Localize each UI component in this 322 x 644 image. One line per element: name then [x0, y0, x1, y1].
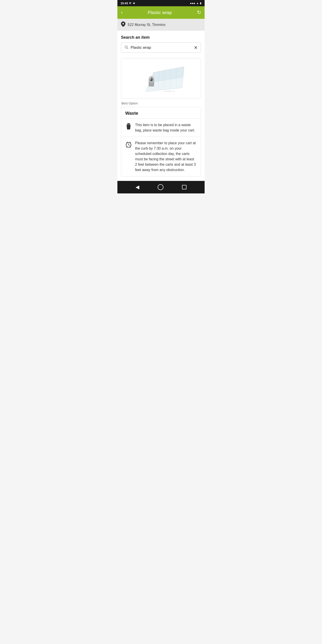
result-card-header: Waste: [121, 107, 201, 119]
clock-icon: [125, 141, 132, 150]
location-address: 522 Murray St, Timmins: [128, 23, 166, 27]
clear-search-button[interactable]: ✕: [194, 45, 198, 50]
best-option-label: Best Option: [121, 102, 201, 105]
result-card-body: This item is to be placed in a waste bag…: [121, 119, 201, 176]
svg-point-9: [150, 78, 151, 80]
status-bar: 15:43 P ★ ●●● ▲ ▮: [118, 0, 204, 6]
refresh-button[interactable]: ↻: [197, 10, 201, 16]
nav-recent-button[interactable]: [182, 185, 186, 190]
plastic-wrap-image: recipetips.com: [134, 60, 188, 96]
search-box: ✕: [121, 42, 201, 53]
app-bar: ‹ Plastic wrap ↻: [118, 6, 204, 19]
app-bar-title: Plastic wrap: [148, 10, 172, 15]
signal-icon: ▲: [196, 2, 199, 4]
nav-back-button[interactable]: ◀: [136, 184, 139, 190]
result-card: Waste This item is to be placed in a was…: [121, 107, 201, 176]
product-image-card: recipetips.com: [121, 58, 201, 98]
search-icon: [124, 45, 128, 50]
battery-icon: ▮: [200, 2, 202, 5]
wifi-icon: ●●●: [190, 2, 196, 5]
cart-reminder-row: Please remember to place your cart at th…: [121, 137, 201, 176]
svg-line-1: [127, 48, 128, 49]
result-card-title: Waste: [125, 111, 138, 116]
waste-bag-row: This item is to be placed in a waste bag…: [121, 119, 201, 137]
location-bar: 522 Murray St, Timmins: [118, 19, 204, 31]
status-time: 15:43: [120, 2, 128, 5]
parking-icon: P: [129, 2, 131, 5]
bottom-nav: ◀: [118, 181, 204, 194]
back-button[interactable]: ‹: [121, 10, 122, 16]
status-right: ●●● ▲ ▮: [190, 2, 202, 5]
location-pin-icon: [121, 22, 126, 28]
search-input[interactable]: [130, 46, 192, 50]
svg-line-17: [128, 145, 130, 146]
svg-text:recipetips.com: recipetips.com: [164, 90, 175, 92]
search-section-label: Search an item: [121, 35, 201, 40]
nav-home-button[interactable]: [158, 184, 164, 190]
waste-bag-icon: [125, 123, 132, 132]
main-content: Search an item ✕: [118, 31, 204, 181]
status-left: 15:43 P ★: [120, 1, 136, 5]
star-icon: ★: [132, 1, 136, 5]
waste-bag-text: This item is to be placed in a waste bag…: [135, 122, 197, 133]
cart-reminder-text: Please remember to place your cart at th…: [135, 140, 197, 173]
